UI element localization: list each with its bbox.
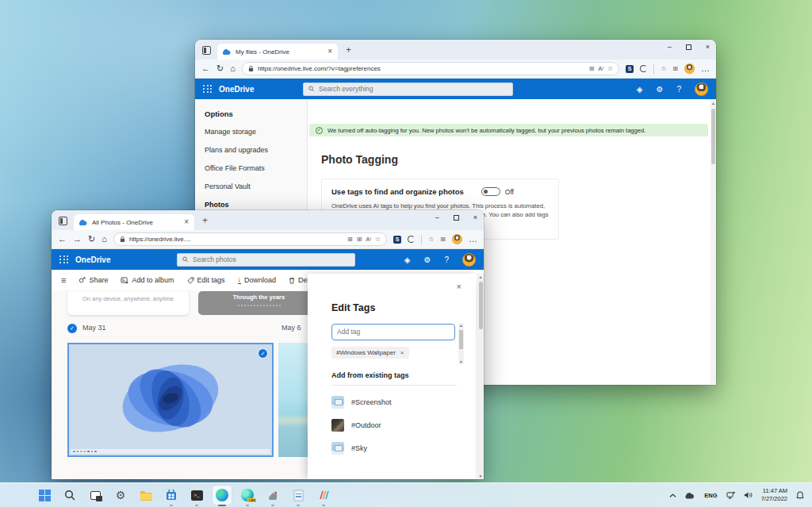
scroll-down-icon[interactable]: ▼ bbox=[458, 359, 464, 364]
terminal-button[interactable]: >_ bbox=[187, 486, 206, 505]
network-icon[interactable] bbox=[726, 491, 735, 499]
browser-essentials-icon[interactable]: ⊞ bbox=[440, 236, 446, 243]
language-indicator[interactable]: ENG bbox=[704, 492, 717, 499]
account-avatar[interactable] bbox=[695, 83, 708, 96]
scroll-up-icon[interactable]: ▲ bbox=[458, 323, 464, 328]
front-page-scrollbar[interactable]: ▲ ▼ bbox=[477, 274, 484, 479]
notification-bell-icon[interactable] bbox=[796, 491, 804, 500]
task-view-button[interactable] bbox=[86, 486, 105, 505]
tab-close-icon[interactable]: × bbox=[327, 48, 332, 56]
sidebar-item-office-formats[interactable]: Office File Formats bbox=[205, 164, 307, 172]
app-1-button[interactable] bbox=[263, 486, 282, 505]
volume-icon[interactable] bbox=[744, 491, 753, 499]
onedrive-brand[interactable]: OneDrive bbox=[75, 255, 110, 264]
scroll-down-icon[interactable]: ▼ bbox=[477, 474, 484, 478]
taskbar-search-button[interactable] bbox=[60, 486, 79, 505]
existing-tag-screenshot[interactable]: #Screenshot bbox=[331, 396, 476, 409]
tab-actions-icon[interactable]: ⊞ bbox=[347, 236, 353, 243]
start-button[interactable] bbox=[35, 486, 54, 505]
remove-tag-icon[interactable]: × bbox=[400, 349, 404, 356]
scroll-up-icon[interactable]: ▲ bbox=[710, 101, 716, 106]
account-avatar[interactable] bbox=[462, 253, 476, 267]
home-icon[interactable]: ⌂ bbox=[230, 64, 236, 73]
back-nav-icon[interactable]: ← bbox=[58, 235, 67, 244]
favorite-star-icon[interactable]: ☆ bbox=[375, 236, 381, 243]
existing-tag-outdoor[interactable]: #Outdoor bbox=[331, 419, 476, 432]
scroll-up-icon[interactable]: ▲ bbox=[477, 275, 484, 279]
tag-chip-windows-wallpaper[interactable]: #Windows Wallpaper × bbox=[331, 347, 409, 359]
browser-profile-avatar[interactable] bbox=[452, 234, 462, 244]
tab-workspaces-icon[interactable] bbox=[202, 46, 211, 55]
search-photos-box[interactable] bbox=[177, 253, 355, 267]
sidebar-item-personal-vault[interactable]: Personal Vault bbox=[205, 182, 307, 190]
refresh-icon[interactable]: ↻ bbox=[88, 235, 95, 244]
existing-tag-sky[interactable]: #Sky bbox=[331, 442, 476, 455]
photo-selected-check-icon[interactable]: ✓ bbox=[258, 348, 268, 359]
tray-chevron-up-icon[interactable] bbox=[669, 494, 676, 497]
refresh-icon[interactable]: ↻ bbox=[216, 64, 224, 73]
tab-close-icon[interactable]: × bbox=[184, 218, 189, 226]
add-to-album-button[interactable]: Add to album bbox=[121, 276, 174, 284]
browser-menu-icon[interactable]: … bbox=[469, 235, 477, 244]
date-group-selected-icon[interactable]: ✓ bbox=[67, 324, 77, 333]
search-input[interactable] bbox=[193, 255, 350, 263]
browser-profile-avatar[interactable] bbox=[684, 63, 695, 74]
help-icon[interactable]: ? bbox=[444, 255, 449, 264]
tab-workspaces-icon[interactable] bbox=[59, 217, 67, 225]
onedrive-tray-icon[interactable] bbox=[685, 492, 695, 499]
extension-s-icon[interactable]: S bbox=[393, 236, 401, 244]
collections-icon[interactable]: ☆ bbox=[661, 66, 666, 72]
new-tab-button[interactable]: + bbox=[346, 45, 351, 55]
forward-nav-icon[interactable]: → bbox=[73, 235, 82, 244]
address-bar[interactable]: https://onedrive.live.... ⊞ ⊞ Aᵎ ☆ bbox=[113, 232, 387, 246]
notepad-button[interactable] bbox=[289, 486, 308, 505]
settings-button[interactable]: ⚙ bbox=[111, 486, 130, 505]
share-button[interactable]: Share bbox=[79, 276, 108, 284]
address-bar[interactable]: https://onedrive.live.com/?v=tagpreferen… bbox=[242, 62, 619, 75]
split-screen-icon[interactable]: ⊞ bbox=[357, 236, 362, 243]
minimize-button[interactable]: – bbox=[668, 43, 672, 51]
home-icon[interactable]: ⌂ bbox=[102, 235, 107, 244]
extension-c-icon[interactable] bbox=[408, 236, 415, 243]
menu-icon[interactable]: ≡ bbox=[61, 276, 66, 285]
promo-card-through-years[interactable]: Through the years bbox=[198, 291, 320, 315]
panel-close-icon[interactable]: × bbox=[457, 282, 462, 291]
close-button[interactable]: × bbox=[473, 213, 477, 221]
split-screen-icon[interactable]: ⊞ bbox=[589, 66, 595, 72]
settings-gear-icon[interactable]: ⚙ bbox=[423, 255, 431, 264]
extension-c-icon[interactable] bbox=[640, 65, 647, 72]
settings-gear-icon[interactable]: ⚙ bbox=[656, 85, 663, 94]
maximize-button[interactable] bbox=[686, 44, 691, 50]
browser-essentials-icon[interactable]: ⊞ bbox=[672, 66, 678, 72]
edge-canary-button[interactable]: CAN bbox=[238, 486, 257, 505]
sidebar-item-plans[interactable]: Plans and upgrades bbox=[205, 146, 307, 154]
search-everything-box[interactable] bbox=[303, 83, 513, 96]
edit-tags-button[interactable]: Edit tags bbox=[187, 276, 225, 284]
sidebar-item-photos[interactable]: Photos bbox=[205, 201, 307, 209]
onedrive-brand[interactable]: OneDrive bbox=[219, 85, 254, 94]
read-aloud-icon[interactable]: Aᵎ bbox=[598, 66, 603, 72]
add-tag-input[interactable] bbox=[331, 324, 455, 340]
minimize-button[interactable]: – bbox=[435, 213, 439, 221]
photo-may31-selected[interactable]: ✓ bbox=[67, 343, 274, 457]
tag-list-scrollbar[interactable]: ▲ ▼ bbox=[458, 323, 464, 364]
download-button[interactable]: ↓ Download bbox=[238, 276, 277, 284]
app-launcher-icon[interactable] bbox=[203, 85, 213, 93]
front-browser-tab[interactable]: All Photos - OneDrive × bbox=[74, 214, 194, 230]
app-launcher-icon[interactable] bbox=[59, 255, 69, 263]
edge-button[interactable] bbox=[213, 486, 232, 505]
microsoft-store-button[interactable] bbox=[162, 486, 181, 505]
promo-card-any-device[interactable]: On any device, anywhere, anytime bbox=[67, 291, 189, 315]
new-tab-button[interactable]: + bbox=[202, 216, 208, 225]
help-icon[interactable]: ? bbox=[676, 85, 681, 94]
back-page-scrollbar[interactable]: ▲ bbox=[710, 99, 716, 384]
collections-icon[interactable]: ☆ bbox=[428, 236, 434, 243]
maximize-button[interactable] bbox=[454, 215, 459, 221]
search-input[interactable] bbox=[319, 85, 508, 93]
premium-icon[interactable]: ◈ bbox=[637, 85, 643, 94]
close-button[interactable]: × bbox=[706, 43, 710, 51]
read-aloud-icon[interactable]: Aᵎ bbox=[366, 236, 371, 243]
sidebar-item-manage-storage[interactable]: Manage storage bbox=[205, 128, 307, 136]
app-2-button[interactable] bbox=[314, 486, 333, 505]
tagging-toggle[interactable] bbox=[481, 187, 500, 196]
